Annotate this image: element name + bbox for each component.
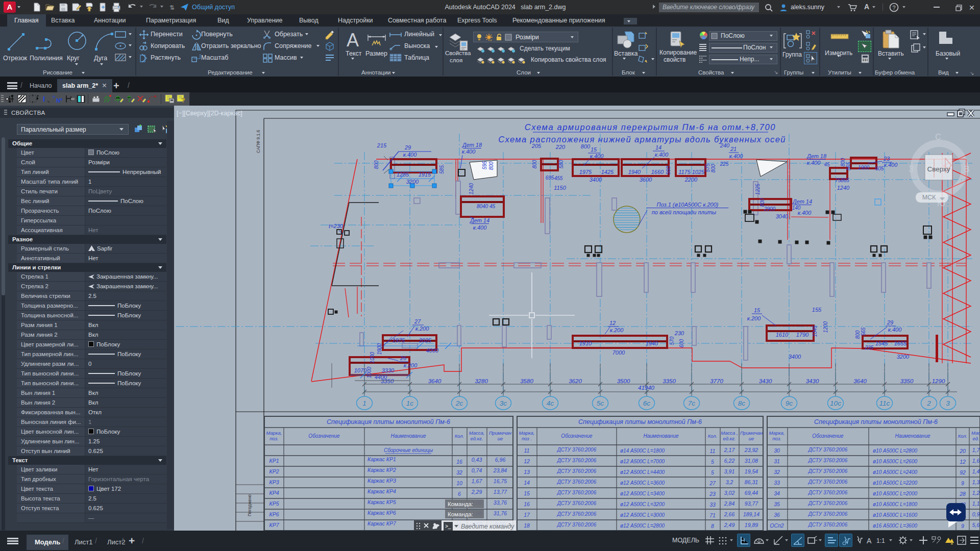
- svg-text:205: 205: [531, 143, 542, 149]
- svg-text:3500: 3500: [617, 378, 630, 384]
- svg-text:1545: 1545: [875, 340, 888, 346]
- svg-text:Примечан: Примечан: [489, 430, 512, 436]
- svg-text:к.400: к.400: [729, 153, 743, 159]
- svg-text:1660: 1660: [651, 169, 664, 175]
- svg-text:к.400: к.400: [403, 152, 417, 158]
- svg-text:9: 9: [961, 480, 964, 486]
- svg-text:Кол.: Кол.: [708, 433, 718, 439]
- svg-text:1200: 1200: [823, 321, 828, 333]
- svg-text:Каркас КР5: Каркас КР5: [368, 499, 396, 505]
- svg-text:1045: 1045: [812, 325, 818, 337]
- svg-text:9c: 9c: [786, 399, 793, 407]
- svg-text:?: ?: [181, 96, 185, 104]
- svg-text:8040 45: 8040 45: [477, 204, 496, 209]
- svg-text:ДСТУ 3760:2006: ДСТУ 3760:2006: [557, 490, 597, 495]
- svg-text:2,66: 2,66: [724, 511, 735, 517]
- svg-text:75865: 75865: [835, 178, 849, 183]
- svg-text:ø12 А500С L=3200: ø12 А500С L=3200: [620, 502, 665, 507]
- svg-text:3200: 3200: [406, 179, 419, 185]
- svg-text:Наименование: Наименование: [390, 433, 426, 439]
- svg-text:800: 800: [840, 158, 846, 166]
- svg-text:1790: 1790: [796, 332, 809, 338]
- svg-text:32: 32: [774, 469, 780, 475]
- svg-text:28: 28: [959, 491, 966, 497]
- svg-text:2200: 2200: [684, 177, 698, 183]
- svg-text:1070: 1070: [354, 367, 367, 373]
- svg-text:565: 565: [861, 327, 866, 336]
- svg-text:Погоджено: Погоджено: [247, 494, 252, 516]
- svg-text:к.400: к.400: [807, 160, 821, 166]
- svg-text:1900: 1900: [858, 165, 870, 170]
- svg-text:ДСТУ 3760:2006: ДСТУ 3760:2006: [808, 479, 848, 485]
- svg-text:455: 455: [554, 176, 563, 181]
- svg-text:240: 240: [720, 142, 730, 148]
- svg-text:ДСТУ 3760:2006: ДСТУ 3760:2006: [808, 468, 848, 474]
- svg-text:1,3: 1,3: [972, 479, 980, 485]
- svg-text:33: 33: [709, 502, 716, 508]
- svg-text:14: 14: [655, 144, 662, 151]
- svg-text:32: 32: [456, 469, 462, 475]
- svg-text:ДСТУ 3760:2006: ДСТУ 3760:2006: [557, 458, 597, 463]
- svg-text:2900: 2900: [764, 206, 776, 212]
- svg-text:26: 26: [400, 355, 407, 361]
- svg-text:23,84: 23,84: [493, 467, 507, 473]
- svg-text:9: 9: [961, 523, 964, 529]
- svg-text:САПФ 9.1.6: САПФ 9.1.6: [256, 130, 261, 153]
- svg-text:2,17: 2,17: [724, 447, 736, 453]
- svg-text:2: 2: [926, 399, 931, 407]
- svg-text:КР5: КР5: [269, 500, 279, 507]
- svg-text:ø12 А500С L=7000: ø12 А500С L=7000: [620, 459, 665, 464]
- svg-text:ед.: ед.: [972, 436, 979, 441]
- svg-text:45: 45: [824, 162, 830, 167]
- svg-text:ДСТУ 3760:2006: ДСТУ 3760:2006: [557, 447, 597, 453]
- svg-text:10c: 10c: [830, 399, 841, 407]
- svg-text:6: 6: [458, 491, 461, 497]
- svg-text:27: 27: [709, 480, 716, 486]
- svg-text:92: 92: [960, 469, 966, 475]
- svg-text:В: В: [964, 165, 970, 173]
- svg-text:С: С: [935, 133, 941, 141]
- svg-text:ø10 А500С L=2400: ø10 А500С L=2400: [873, 469, 917, 475]
- svg-text:1,67: 1,67: [472, 478, 483, 484]
- svg-text:2025: 2025: [419, 337, 432, 343]
- svg-text:Каркас КР3: Каркас КР3: [368, 478, 396, 484]
- svg-text:ДСТУ 3760:2006: ДСТУ 3760:2006: [808, 490, 848, 495]
- svg-text:1150: 1150: [554, 185, 567, 191]
- svg-text:3600: 3600: [640, 177, 652, 183]
- svg-text:5: 5: [711, 459, 714, 465]
- svg-text:ДСТУ 3760:2006: ДСТУ 3760:2006: [557, 500, 597, 506]
- svg-text:3400: 3400: [590, 177, 602, 183]
- svg-text:ие: ие: [749, 436, 754, 441]
- svg-text:Обозначение: Обозначение: [812, 433, 844, 439]
- svg-text:1910: 1910: [579, 340, 592, 346]
- svg-text:11: 11: [524, 447, 530, 454]
- svg-text:Марка,: Марка,: [266, 430, 282, 436]
- svg-text:Дет 18: Дет 18: [461, 142, 482, 148]
- svg-text:к.400: к.400: [473, 224, 487, 231]
- svg-text:800: 800: [374, 160, 379, 169]
- svg-text:3350: 3350: [663, 378, 676, 384]
- svg-text:1290: 1290: [932, 378, 945, 384]
- svg-text:3400: 3400: [789, 354, 801, 360]
- svg-text:6,96: 6,96: [495, 457, 506, 463]
- svg-text:Мас: Мас: [971, 430, 980, 436]
- svg-text:МСК: МСК: [922, 194, 936, 201]
- svg-text:8: 8: [711, 523, 714, 529]
- svg-text:ø12 А500С L=2800: ø12 А500С L=2800: [620, 523, 665, 529]
- svg-text:12: 12: [960, 459, 966, 465]
- svg-text:595: 595: [482, 161, 487, 169]
- svg-text:16: 16: [456, 459, 462, 465]
- svg-text:ø10 А500С L=2600: ø10 А500С L=2600: [873, 459, 917, 464]
- svg-text:2c: 2c: [455, 399, 463, 407]
- svg-text:6c: 6c: [643, 399, 651, 407]
- svg-text:3640: 3640: [853, 378, 867, 384]
- svg-text:1285: 1285: [397, 171, 409, 178]
- svg-text:по всей площади плиты: по всей площади плиты: [652, 209, 716, 215]
- svg-text:ДСТУ 3760:2006: ДСТУ 3760:2006: [557, 468, 597, 474]
- svg-text:93,77: 93,77: [745, 500, 758, 507]
- svg-text:Обозначение: Обозначение: [561, 433, 593, 439]
- svg-text:1975: 1975: [579, 169, 592, 175]
- svg-text:3200: 3200: [897, 354, 910, 360]
- svg-text:3,2: 3,2: [726, 479, 733, 485]
- svg-text:к.200: к.200: [610, 327, 624, 333]
